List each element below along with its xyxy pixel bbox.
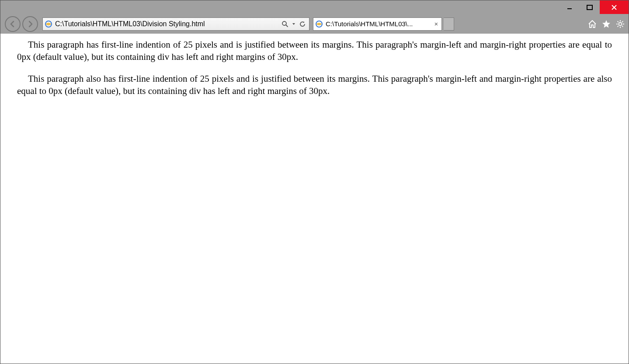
address-dropdown[interactable] [292,20,296,28]
svg-point-5 [619,22,622,25]
home-icon [587,19,597,29]
arrow-right-icon [26,20,34,28]
address-bar[interactable] [42,17,309,31]
window-titlebar [0,0,629,14]
paragraph-1: This paragraph has first-line indention … [17,39,612,63]
search-button[interactable] [281,20,289,28]
chevron-down-icon [292,22,295,26]
refresh-button[interactable] [299,20,306,28]
search-icon [281,21,288,28]
paragraph-2: This paragraph also has first-line inden… [17,73,612,97]
ie-favicon [315,20,323,28]
back-button[interactable] [5,16,21,32]
svg-rect-1 [587,5,592,10]
address-input[interactable] [55,20,278,28]
tab-title: C:\Tutorials\HTML\HTML03\... [326,20,430,28]
forward-button[interactable] [22,16,38,32]
tab-close-button[interactable]: × [433,21,440,28]
minimize-icon [567,5,572,10]
window-minimize-button[interactable] [559,0,580,14]
home-button[interactable] [587,18,598,30]
ie-favicon [45,20,52,28]
svg-rect-0 [567,8,572,9]
page-viewport: This paragraph has first-line indention … [4,34,625,360]
refresh-icon [299,21,306,28]
browser-tab[interactable]: C:\Tutorials\HTML\HTML03\... × [313,17,442,31]
arrow-left-icon [9,20,17,28]
gear-icon [615,19,625,29]
browser-chrome: C:\Tutorials\HTML\HTML03\... × [0,14,629,34]
tools-button[interactable] [615,18,626,30]
window-close-button[interactable] [600,0,629,14]
maximize-icon [587,5,593,10]
close-icon [611,4,617,10]
new-tab-button[interactable] [444,17,454,31]
content-div: This paragraph has first-line indention … [17,34,612,97]
close-icon: × [434,21,438,27]
star-icon [601,19,611,29]
favorites-button[interactable] [601,18,612,30]
window-maximize-button[interactable] [580,0,600,14]
